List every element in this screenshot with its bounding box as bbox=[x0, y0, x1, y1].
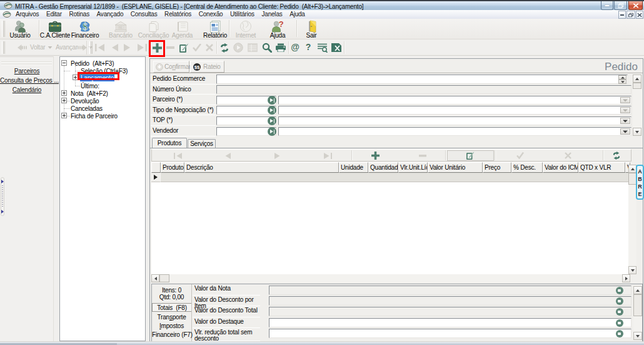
spinner-up[interactable] bbox=[618, 75, 626, 80]
menu-consultas[interactable]: Consultas bbox=[131, 10, 158, 19]
search-icon[interactable] bbox=[262, 43, 272, 53]
tiponeg-lookup-button[interactable] bbox=[268, 106, 276, 115]
menu-relatorios[interactable]: Relatórios bbox=[164, 10, 191, 19]
grid-prior-icon[interactable] bbox=[224, 153, 231, 159]
grid-row-empty[interactable] bbox=[161, 173, 630, 182]
rateio-button[interactable]: $$ Rateio bbox=[190, 61, 224, 73]
mdi-restore-button[interactable] bbox=[626, 11, 635, 19]
grid-hscroll-left[interactable] bbox=[151, 274, 159, 282]
toolbar-button-usuario[interactable]: Usuário bbox=[6, 19, 34, 39]
grid-col-preco[interactable]: Preço bbox=[483, 162, 511, 173]
tree-item-canceladas[interactable]: Canceladas bbox=[71, 105, 103, 112]
tiponeg-dropdown-button[interactable] bbox=[620, 107, 630, 113]
print-icon[interactable] bbox=[276, 43, 286, 52]
mdi-close-button[interactable] bbox=[636, 11, 643, 19]
last-record-icon[interactable] bbox=[138, 44, 147, 51]
grid-col-quantidade[interactable]: Quantidade bbox=[368, 162, 398, 173]
edit-record-icon[interactable] bbox=[179, 43, 189, 53]
toolbar-button-sair[interactable]: Sair bbox=[299, 19, 324, 39]
form-scroll-down[interactable] bbox=[633, 128, 641, 136]
toolbar-button-financeiro[interactable]: $ Financeiro bbox=[69, 19, 101, 39]
grid-hscroll-right[interactable] bbox=[622, 274, 630, 282]
restore-button[interactable] bbox=[614, 1, 627, 10]
parceiro-lookup-button[interactable] bbox=[268, 96, 276, 105]
spinner-down[interactable] bbox=[618, 80, 626, 84]
calculator-icon[interactable] bbox=[616, 308, 623, 316]
field-top-combo[interactable] bbox=[278, 116, 631, 125]
toolbar-button-internet[interactable]: Internet bbox=[231, 19, 260, 39]
totals-tab-totais[interactable]: Totais (F8) bbox=[152, 303, 191, 312]
field-parceiro-combo[interactable] bbox=[278, 96, 631, 105]
tab-servicos[interactable]: Serviços bbox=[188, 139, 216, 148]
next-record-icon[interactable] bbox=[124, 44, 132, 51]
tree-item-ultimo[interactable]: Último: bbox=[81, 83, 99, 90]
totals-tab-impostos[interactable]: Impostos bbox=[152, 322, 191, 329]
grid-view-icon[interactable] bbox=[248, 43, 258, 52]
top-dropdown-button[interactable] bbox=[620, 118, 630, 124]
grid-col-unidade[interactable]: Unidade bbox=[339, 162, 368, 173]
tab-produtos[interactable]: Produtos bbox=[152, 138, 187, 148]
totals-scroll-down[interactable] bbox=[633, 332, 642, 340]
titlebar[interactable]: MITRA - Gestão Empresarial 12/1899 - (ES… bbox=[0, 1, 644, 10]
grid-col-produto[interactable]: Produto bbox=[161, 162, 184, 173]
link-calendario[interactable]: Calendário bbox=[0, 86, 54, 93]
cancel-record-icon[interactable] bbox=[206, 44, 213, 51]
menu-ajuda[interactable]: Ajuda bbox=[289, 10, 305, 19]
menu-conexao[interactable]: Conexão bbox=[199, 10, 223, 19]
back-button[interactable]: Voltar bbox=[30, 41, 45, 54]
toolbar-button-ajuda[interactable]: ? Ajuda bbox=[265, 19, 290, 39]
forward-button[interactable]: Avançar bbox=[56, 41, 78, 54]
tree-expand-ficha[interactable] bbox=[61, 113, 67, 118]
first-record-icon[interactable] bbox=[95, 44, 104, 51]
grid-col-valoricms[interactable]: Valor do ICMS bbox=[543, 162, 578, 173]
grid-refresh-icon[interactable] bbox=[612, 152, 621, 160]
tree-expand-pedido[interactable] bbox=[61, 60, 67, 66]
post-record-icon[interactable] bbox=[193, 44, 201, 51]
confirmar-button[interactable]: Confirmar bbox=[153, 61, 189, 73]
delete-record-icon[interactable] bbox=[166, 46, 174, 49]
menu-editar[interactable]: Editar bbox=[46, 10, 62, 19]
grid-next-icon[interactable] bbox=[274, 153, 281, 159]
close-button[interactable] bbox=[628, 1, 643, 10]
menu-rotinas[interactable]: Rotinas bbox=[69, 10, 89, 19]
toolbar-button-agenda[interactable]: Agenda bbox=[168, 19, 196, 39]
splitter-handle[interactable] bbox=[1, 177, 4, 216]
form-scroll-up[interactable] bbox=[633, 75, 641, 83]
nav-toolbar-grip2[interactable] bbox=[89, 41, 93, 54]
menu-avancado[interactable]: Avançado bbox=[97, 10, 124, 19]
grid-col-desc[interactable]: % Desc. bbox=[511, 162, 543, 173]
parceiro-dropdown-button[interactable] bbox=[620, 97, 630, 103]
log-search-icon[interactable] bbox=[318, 43, 328, 53]
vendedor-lookup-button[interactable] bbox=[268, 127, 276, 136]
totals-scroll-thumb[interactable] bbox=[633, 294, 642, 316]
totals-field-destaque[interactable] bbox=[269, 318, 631, 327]
grid-post-icon[interactable] bbox=[516, 152, 524, 159]
field-vendedor-combo[interactable] bbox=[278, 127, 631, 136]
calculator-icon[interactable] bbox=[616, 330, 623, 337]
totals-field-reducao[interactable] bbox=[269, 329, 631, 338]
tree-expand-nota[interactable] bbox=[61, 90, 67, 96]
field-tiponeg-combo[interactable] bbox=[278, 106, 631, 115]
refresh-icon[interactable] bbox=[219, 43, 229, 53]
top-lookup-button[interactable] bbox=[268, 116, 276, 125]
grid-col-valorunitario[interactable]: Valor Unitário bbox=[428, 162, 483, 173]
close-screen-icon[interactable] bbox=[331, 43, 341, 52]
email-icon[interactable]: @ bbox=[291, 39, 299, 56]
calculator-icon[interactable] bbox=[616, 297, 623, 305]
prior-record-icon[interactable] bbox=[110, 44, 118, 51]
abre-side-tab[interactable]: A B R E bbox=[636, 165, 644, 200]
toolbar-grip[interactable] bbox=[2, 21, 5, 37]
back-dropdown-icon[interactable] bbox=[48, 46, 53, 49]
toolbar-button-relatorio[interactable]: Relatório bbox=[200, 19, 230, 39]
menu-janelas[interactable]: Janelas bbox=[261, 10, 282, 19]
link-consulta-precos[interactable]: Consulta de Preços ... bbox=[0, 77, 54, 84]
toolbar-button-bancario[interactable]: BC Bancário bbox=[106, 19, 136, 39]
toolbar-button-cacliente[interactable]: C.A.Cliente bbox=[38, 19, 73, 39]
grid-vscroll-down[interactable] bbox=[628, 266, 636, 274]
grid-first-icon[interactable] bbox=[174, 153, 182, 159]
grid-insert-icon[interactable] bbox=[371, 152, 380, 160]
calculator-icon[interactable] bbox=[616, 319, 623, 327]
mdi-minimize-button[interactable] bbox=[618, 11, 626, 19]
field-ecommerce-input[interactable] bbox=[216, 75, 628, 84]
grid-body[interactable] bbox=[151, 173, 630, 274]
